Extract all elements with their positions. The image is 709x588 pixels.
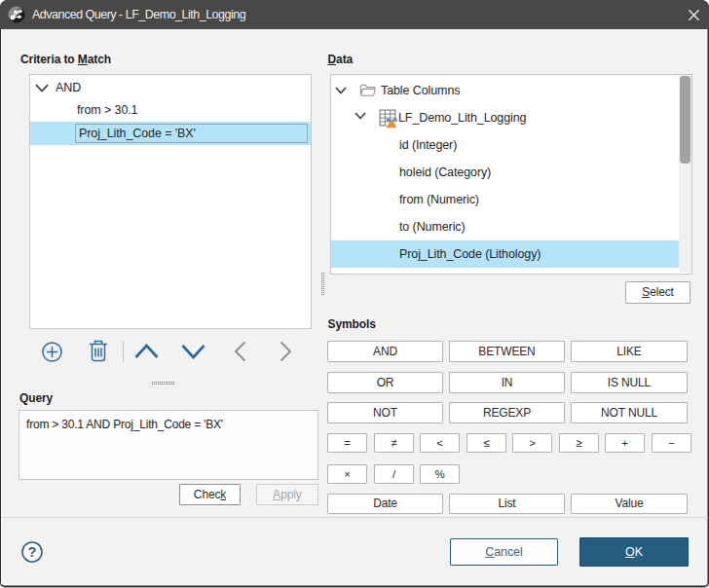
svg-text:?: ? — [28, 544, 37, 560]
